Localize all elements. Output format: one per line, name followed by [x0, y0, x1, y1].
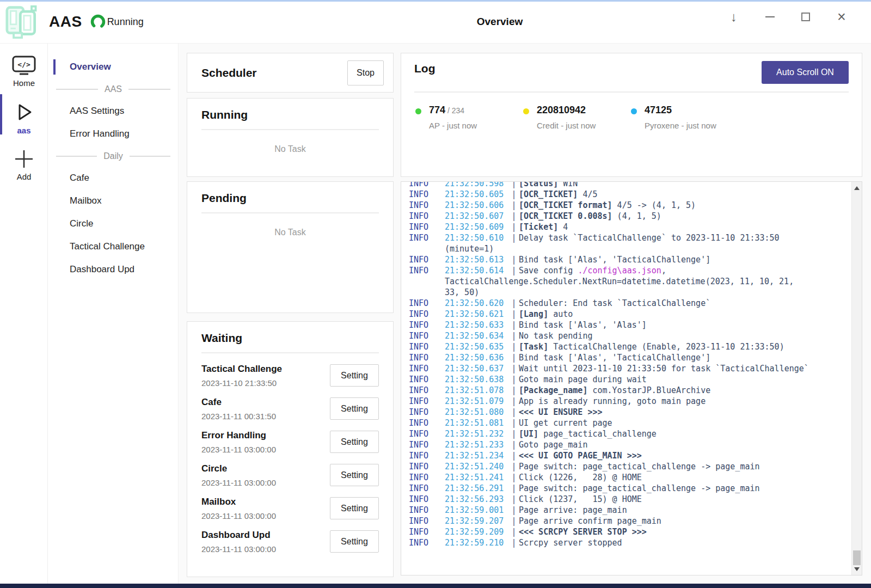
waiting-task-row: Error Handling2023-11-11 03:00:00Setting	[201, 425, 379, 458]
running-spinner-icon	[90, 14, 106, 30]
sidebar-item-overview[interactable]: Overview	[48, 56, 178, 78]
sidebar-item-label: Dashboard Upd	[70, 264, 134, 275]
close-button[interactable]: ×	[834, 9, 849, 24]
plus-icon	[13, 148, 35, 170]
nav-section-label: Daily	[97, 151, 130, 161]
log-card: Log Auto Scroll ON 774 / 234AP - just no…	[401, 53, 862, 177]
waiting-task-info: Circle2023-11-11 03:00:00	[201, 463, 276, 487]
sidebar-item-tactical-challenge[interactable]: Tactical Challenge	[48, 235, 178, 258]
download-arrow-button[interactable]: ↓	[726, 9, 741, 24]
title-bar: AAS Running Overview ↓ ×	[0, 0, 871, 44]
waiting-list: Tactical Challenge2023-11-10 21:33:50Set…	[201, 359, 379, 558]
waiting-task-row: Dashboard Upd2023-11-11 03:00:00Setting	[201, 525, 379, 558]
scheduler-title: Scheduler	[201, 66, 257, 79]
setting-button-dashboard-upd[interactable]: Setting	[330, 530, 379, 553]
sidebar-item-dashboard-upd[interactable]: Dashboard Upd	[48, 258, 178, 281]
sidebar-item-circle[interactable]: Circle	[48, 212, 178, 235]
minimize-button[interactable]	[762, 9, 777, 24]
running-card: Running No Task	[187, 98, 394, 177]
log-line: INFO21:32:50.614|Save config ./config\aa…	[409, 265, 849, 276]
stat-value: 220810942	[537, 105, 596, 116]
sidebar-item-error-handling[interactable]: Error Handling	[48, 122, 178, 145]
app-name: AAS	[49, 13, 82, 30]
stat-text: 47125Pyroxene - just now	[645, 105, 716, 130]
stat-dot-icon	[415, 108, 421, 114]
waiting-task-name: Error Handling	[201, 430, 276, 441]
waiting-task-next-run: 2023-11-11 03:00:00	[201, 511, 276, 520]
scroll-up-icon[interactable]	[852, 183, 862, 193]
setting-button-error-handling[interactable]: Setting	[330, 431, 379, 453]
active-indicator-bar	[0, 94, 2, 134]
waiting-task-name: Tactical Challenge	[201, 364, 282, 375]
rail-label-aas: aas	[17, 126, 30, 135]
log-line: INFO21:32:50.606|[OCR_TICKET format] 4/5…	[409, 200, 849, 211]
stat-text: 220810942Credit - just now	[537, 105, 596, 130]
log-line: INFO21:32:50.598|[Status] WIN	[409, 182, 849, 189]
log-line: INFO21:32:59.207|Page arrive confirm pag…	[409, 516, 849, 526]
log-line: INFO21:32:50.605|[OCR_TICKET] 4/5	[409, 189, 849, 200]
waiting-task-row: Mailbox2023-11-11 03:00:00Setting	[201, 492, 379, 525]
setting-button-mailbox[interactable]: Setting	[330, 497, 379, 519]
scheduler-card: Scheduler Stop	[187, 53, 394, 93]
stat-dot-icon	[523, 108, 529, 114]
rail-item-home[interactable]: </> Home	[0, 44, 48, 88]
scroll-down-icon[interactable]	[852, 564, 862, 574]
log-line: INFO21:32:51.232|[UI] page_tactical_chal…	[409, 428, 849, 439]
waiting-task-info: Dashboard Upd2023-11-11 03:00:00	[201, 530, 276, 554]
log-line: INFO21:32:51.080|<<< UI ENSURE >>>	[409, 407, 849, 418]
svg-text:</>: </>	[17, 60, 30, 69]
stat-label: Pyroxene - just now	[645, 121, 716, 130]
running-title: Running	[201, 108, 379, 121]
log-line: INFO21:32:59.001|Page arrive: page_main	[409, 505, 849, 516]
log-line: INFO21:32:51.081|UI get current page	[409, 418, 849, 428]
code-monitor-icon: </>	[11, 56, 36, 76]
rail-item-aas[interactable]: aas	[0, 88, 48, 135]
log-line: INFO21:32:51.079|App is already running,…	[409, 396, 849, 407]
waiting-task-info: Cafe2023-11-11 00:31:50	[201, 397, 276, 421]
rail-item-add[interactable]: Add	[0, 135, 48, 181]
waiting-task-name: Cafe	[201, 397, 276, 408]
pending-title: Pending	[201, 192, 379, 205]
nav-sidebar: OverviewAASAAS SettingsError HandlingDai…	[48, 44, 179, 584]
stat-value: 774 / 234	[429, 105, 477, 116]
scrollbar-thumb[interactable]	[853, 550, 861, 565]
log-stat-pyroxene: 47125Pyroxene - just now	[630, 105, 738, 130]
log-title: Log	[414, 62, 435, 75]
stat-text: 774 / 234AP - just now	[429, 105, 477, 130]
waiting-task-next-run: 2023-11-11 03:00:00	[201, 544, 276, 554]
pending-card: Pending No Task	[187, 181, 394, 313]
waiting-task-name: Mailbox	[201, 497, 276, 507]
sidebar-item-cafe[interactable]: Cafe	[48, 167, 178, 189]
nav-section-label: AAS	[98, 84, 128, 94]
log-line: INFO21:32:50.607|[OCR_TICKET 0.008s] (4,…	[409, 211, 849, 222]
log-line: INFO21:32:51.233|Goto page_main	[409, 439, 849, 450]
nav-section-divider-daily: Daily	[48, 145, 178, 167]
auto-scroll-button[interactable]: Auto Scroll ON	[762, 61, 849, 84]
log-line: INFO21:32:50.620|Scheduler: End task `Ta…	[409, 298, 849, 309]
stat-label: AP - just now	[429, 121, 477, 130]
maximize-button[interactable]	[798, 9, 813, 24]
log-scrollbar[interactable]	[851, 182, 862, 575]
setting-button-circle[interactable]: Setting	[330, 464, 379, 486]
stop-button[interactable]: Stop	[347, 60, 384, 85]
log-line: INFO21:32:51.241|Click (1226, 28) @ HOME	[409, 472, 849, 483]
main-content: Scheduler Stop Running No Task Pending N…	[179, 44, 871, 584]
log-line: INFO21:32:50.610|Delay task `TacticalCha…	[409, 232, 849, 243]
window-title: Overview	[477, 0, 523, 44]
setting-button-cafe[interactable]: Setting	[330, 397, 379, 420]
log-line: INFO21:32:50.609|[Ticket] 4	[409, 222, 849, 232]
running-empty-text: No Task	[201, 130, 379, 154]
log-line: INFO21:32:56.293|Click (1237, 15) @ HOME	[409, 494, 849, 505]
log-line: INFO21:32:50.635|[Task] TacticalChalleng…	[409, 341, 849, 352]
sidebar-item-mailbox[interactable]: Mailbox	[48, 189, 178, 212]
log-stats: 774 / 234AP - just now220810942Credit - …	[414, 105, 849, 130]
sidebar-item-label: Cafe	[70, 173, 89, 183]
sidebar-item-aas-settings[interactable]: AAS Settings	[48, 100, 178, 122]
log-stat-credit: 220810942Credit - just now	[522, 105, 630, 130]
sidebar-item-label: AAS Settings	[70, 106, 124, 117]
icon-rail: </> Home aas Add	[0, 44, 48, 584]
log-line: INFO21:32:50.636|Bind task ['Alas', 'Tac…	[409, 352, 849, 363]
setting-button-tactical-challenge[interactable]: Setting	[330, 364, 379, 387]
waiting-task-row: Circle2023-11-11 03:00:00Setting	[201, 458, 379, 492]
waiting-task-name: Dashboard Upd	[201, 530, 276, 541]
